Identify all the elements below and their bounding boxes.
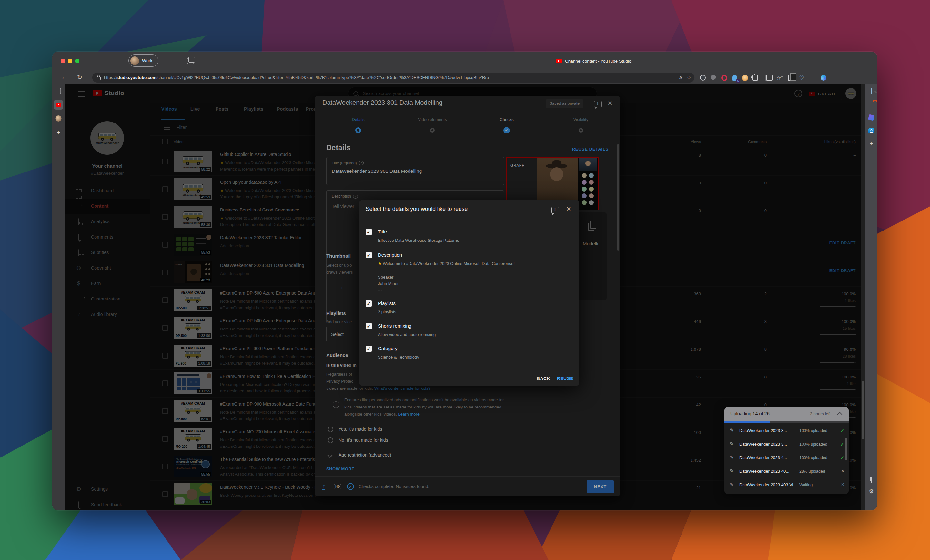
copilot-icon[interactable]: [819, 74, 828, 81]
sidebar-search-icon[interactable]: [871, 88, 872, 94]
strip-divider: [55, 126, 62, 126]
copy-page-icon[interactable]: [786, 74, 795, 81]
sidebar-panel-icon[interactable]: [871, 477, 872, 483]
minimize-window-button[interactable]: [68, 59, 72, 63]
password-manager-extension-icon[interactable]: [698, 74, 707, 81]
edge-right-sidebar: + ⚙: [865, 84, 877, 510]
ghostery-extension-icon[interactable]: 5: [730, 74, 739, 81]
extensions-puzzle-icon[interactable]: [751, 74, 760, 81]
upload-item[interactable]: ✎ DataWeekender 2023 40... 28% uploaded …: [724, 465, 849, 478]
tab-actions-icon[interactable]: [187, 58, 194, 64]
browser-window: Work Channel content - YouTube Studio ← …: [52, 52, 877, 510]
checkbox-playlists[interactable]: ✓: [366, 301, 372, 307]
star-emoji: ★: [378, 261, 382, 266]
settings-more-icon[interactable]: ···: [808, 74, 817, 81]
browser-toolbar: ← ↻ https://studio.youtube.com/channel/U…: [52, 70, 877, 85]
read-aloud-icon[interactable]: A: [679, 75, 682, 81]
edit-pencil-icon[interactable]: ✎: [730, 482, 734, 488]
url-scheme: https://: [104, 75, 117, 80]
upload-panel-title: Uploading 14 of 26: [730, 411, 770, 416]
sidebar-settings-icon[interactable]: ⚙: [869, 488, 873, 495]
favorites-collections-icon[interactable]: ☆≡: [775, 74, 784, 81]
close-window-button[interactable]: [61, 59, 65, 63]
extension-badge: 5: [736, 79, 740, 83]
split-screen-icon[interactable]: [765, 74, 774, 81]
new-tab-icon[interactable]: +: [57, 129, 60, 136]
checkbox-description[interactable]: ✓: [366, 252, 372, 258]
zoom-window-button[interactable]: [75, 59, 79, 63]
edge-left-sidebar: +: [52, 84, 65, 510]
youtube-favicon: [556, 59, 562, 63]
window-titlebar[interactable]: Work Channel content - YouTube Studio: [52, 52, 877, 70]
edit-pencil-icon[interactable]: ✎: [730, 468, 734, 474]
send-feedback-icon[interactable]: [551, 207, 559, 213]
collapse-chevron-icon[interactable]: [838, 412, 842, 417]
upload-item[interactable]: ✎ DataWeekender 2023 3... 100% uploaded …: [724, 437, 849, 451]
reuse-details-modal: Select the details you would like to reu…: [359, 200, 579, 386]
reuse-button[interactable]: REUSE: [555, 374, 575, 383]
sidebar-add-icon[interactable]: +: [870, 141, 873, 147]
edit-pencil-icon[interactable]: ✎: [730, 441, 734, 447]
checkbox-shorts-remixing[interactable]: ✓: [366, 323, 372, 329]
hamster-extension-icon[interactable]: [740, 74, 749, 81]
edit-pencil-icon[interactable]: ✎: [730, 428, 734, 433]
device-tab-icon[interactable]: [56, 88, 61, 94]
profile-avatar: [130, 57, 139, 65]
window-title: Channel content - YouTube Studio: [556, 52, 631, 70]
sidebar-m365-icon[interactable]: [868, 114, 875, 121]
url-domain: studio.youtube.com: [117, 75, 157, 80]
upload-progress-fill: [724, 421, 770, 423]
url-path: /channel/UCv1gWl22HUQvJ_05s09d6Cw/videos…: [157, 75, 489, 80]
browser-essentials-icon[interactable]: ♡: [797, 74, 806, 81]
page-viewport: Studio ? CREATE #DataWeekender Your chan…: [65, 84, 865, 510]
cancel-upload-icon[interactable]: ×: [841, 482, 844, 488]
upload-done-icon: ✓: [840, 441, 844, 447]
address-bar[interactable]: https://studio.youtube.com/channel/UCv1g…: [92, 72, 694, 83]
upload-list-scrollbar[interactable]: [845, 438, 847, 460]
upload-panel-header[interactable]: Uploading 14 of 26 2 hours left: [724, 407, 849, 421]
close-modal-icon[interactable]: ×: [566, 205, 571, 213]
edit-pencil-icon[interactable]: ✎: [730, 454, 734, 460]
profile-tab-icon[interactable]: [55, 115, 62, 121]
media-extension-icon[interactable]: [720, 74, 729, 81]
upload-item[interactable]: ✎ DataWeekender 2023 403 Vi... Waiting..…: [724, 478, 849, 492]
scrollbar-thumb[interactable]: [862, 381, 864, 439]
back-button[interactable]: BACK: [532, 374, 555, 383]
page-scrollbar[interactable]: [861, 84, 865, 510]
upload-eta: 2 hours left: [810, 411, 831, 416]
tab-profile-label: Work: [142, 58, 152, 63]
upload-done-icon: ✓: [840, 455, 844, 461]
sidebar-outlook-icon[interactable]: [868, 128, 874, 133]
upload-item[interactable]: ✎ DataWeekender 2023 3... 100% uploaded …: [724, 424, 849, 437]
youtube-vertical-tab-active[interactable]: [54, 100, 63, 110]
upload-item[interactable]: ✎ DataWeekender 2023 4... 100% uploaded …: [724, 451, 849, 465]
cancel-upload-icon[interactable]: ×: [841, 468, 844, 474]
shield-extension-icon[interactable]: [708, 74, 718, 81]
favorite-star-icon[interactable]: ☆: [687, 75, 691, 81]
lock-icon: [97, 77, 101, 80]
upload-progress-panel: Uploading 14 of 26 2 hours left ✎ DataWe…: [724, 407, 849, 494]
upload-done-icon: ✓: [840, 428, 844, 434]
back-icon[interactable]: ←: [60, 73, 68, 81]
modal-title: Select the details you would like to reu…: [366, 206, 468, 212]
checkbox-category[interactable]: ✓: [366, 345, 372, 352]
checkbox-title[interactable]: ✓: [366, 229, 372, 235]
upload-progress-track: [724, 421, 849, 423]
browser-tab[interactable]: Work: [128, 54, 159, 67]
refresh-icon[interactable]: ↻: [75, 73, 84, 81]
